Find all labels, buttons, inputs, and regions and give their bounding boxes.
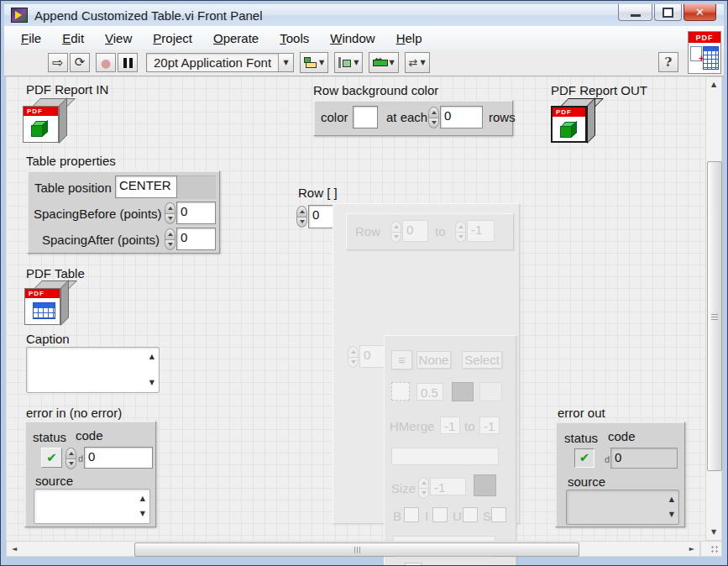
minimize-button[interactable] xyxy=(618,4,652,21)
font-selector[interactable]: 20pt Application Font ▼ xyxy=(146,53,294,72)
toolbar: ⇨ ⟳ ● 20pt Application Font ▼ ▼ ▼ ↔ ▼ ⇄ … xyxy=(4,50,724,76)
pdf-table-label: PDF Table xyxy=(26,266,85,280)
spacing-after-stepper[interactable] xyxy=(165,228,175,250)
decrement-icon xyxy=(418,489,429,500)
align-objects-button[interactable]: ▼ xyxy=(300,52,328,73)
row-to-stepper xyxy=(455,221,466,243)
horizontal-scrollbar-thumb[interactable] xyxy=(134,542,579,557)
source-text-box[interactable]: ▲ ▼ xyxy=(34,489,150,524)
error-out-cluster: status code ✔ d 0 source ▲ ▼ xyxy=(555,422,685,527)
code-stepper[interactable] xyxy=(65,448,76,469)
abort-button[interactable]: ● xyxy=(96,53,116,72)
vertical-scrollbar-thumb[interactable] xyxy=(707,161,722,471)
scroll-down-icon[interactable]: ▼ xyxy=(711,529,716,536)
chevron-down-icon: ▼ xyxy=(389,59,394,66)
close-button[interactable]: ✕ xyxy=(683,4,716,21)
increment-icon[interactable] xyxy=(428,107,439,118)
pdf-report-out-label: PDF Report OUT xyxy=(551,83,647,97)
green-cube-icon xyxy=(560,122,575,137)
status-ok-icon: ✔ xyxy=(579,452,590,464)
labview-vi-icon xyxy=(11,8,28,23)
scroll-up-icon[interactable]: ▲ xyxy=(711,81,716,88)
scroll-down-icon[interactable]: ▼ xyxy=(669,511,674,518)
scroll-up-icon[interactable]: ▲ xyxy=(149,354,155,360)
help-icon: ? xyxy=(665,55,673,70)
reorder-button[interactable]: ⇄ ▼ xyxy=(405,52,430,73)
menu-window[interactable]: Window xyxy=(322,29,383,48)
menu-tools[interactable]: Tools xyxy=(271,29,317,48)
increment-icon[interactable] xyxy=(165,202,175,214)
row-from-stepper xyxy=(390,221,401,243)
run-continuously-icon: ⟳ xyxy=(75,56,86,69)
front-panel-workspace[interactable]: PDF Report IN PDF Row background color c… xyxy=(6,76,705,541)
distribute-objects-button[interactable]: ▼ xyxy=(334,52,363,73)
resize-objects-button[interactable]: ↔ ▼ xyxy=(369,52,398,73)
scroll-down-icon[interactable]: ▼ xyxy=(149,380,155,386)
scroll-up-icon[interactable]: ▲ xyxy=(669,496,674,503)
status-boolean[interactable]: ✔ xyxy=(41,448,62,468)
menu-view[interactable]: View xyxy=(97,29,140,48)
scroll-down-icon[interactable]: ▼ xyxy=(140,511,145,517)
resize-grip[interactable] xyxy=(700,541,722,557)
code-field[interactable]: 0 xyxy=(84,447,153,469)
decrement-icon xyxy=(348,358,359,369)
menu-operate[interactable]: Operate xyxy=(205,29,267,48)
increment-icon[interactable] xyxy=(296,206,307,217)
caption-label: Caption xyxy=(26,332,70,346)
color-box[interactable] xyxy=(353,106,378,128)
source-label: source xyxy=(35,474,73,488)
font-selector-dropdown[interactable]: ▼ xyxy=(278,54,293,71)
rows-value-field[interactable]: 0 xyxy=(440,106,483,128)
pdf-report-in-refnum[interactable]: PDF xyxy=(23,98,66,144)
spacing-before-field[interactable]: 0 xyxy=(176,202,216,224)
menu-help[interactable]: Help xyxy=(388,29,431,48)
cell-text-field xyxy=(391,448,499,465)
spacing-before-label: SpacingBefore (points) xyxy=(34,207,162,221)
code-radix[interactable]: d xyxy=(78,453,83,464)
cube-front-face: PDF xyxy=(23,106,59,143)
border-checkbox xyxy=(391,382,410,401)
underline-label: U xyxy=(453,509,462,523)
run-continuously-button[interactable]: ⟳ xyxy=(70,53,90,72)
run-button[interactable]: ⇨ xyxy=(48,53,68,72)
row-element-cluster: Row 0 to -1 0 ≡ None Select 0.5 HMe xyxy=(333,203,520,524)
horizontal-scrollbar[interactable]: ◄ ► xyxy=(6,541,700,557)
scroll-up-icon[interactable]: ▲ xyxy=(140,495,145,502)
spacing-before-stepper[interactable] xyxy=(165,202,175,224)
status-ok-icon: ✔ xyxy=(46,452,57,464)
spacing-after-field[interactable]: 0 xyxy=(176,228,216,250)
vertical-scrollbar[interactable]: ▲ ▼ xyxy=(705,76,722,541)
decrement-icon[interactable] xyxy=(165,240,175,251)
menu-edit[interactable]: Edit xyxy=(54,29,92,48)
title-bar[interactable]: Append Customized Table.vi Front Panel ✕ xyxy=(4,4,724,26)
context-help-button[interactable]: ? xyxy=(658,52,678,72)
abort-icon: ● xyxy=(101,57,111,69)
menu-project[interactable]: Project xyxy=(144,29,201,48)
code-label: code xyxy=(76,428,103,443)
row-array-index-stepper[interactable] xyxy=(296,206,307,228)
maximize-button[interactable] xyxy=(654,4,682,21)
pdf-badge: PDF xyxy=(25,289,60,298)
table-position-field-extension[interactable] xyxy=(177,176,216,199)
decrement-icon[interactable] xyxy=(165,214,175,225)
caption-text-box[interactable]: ▲ ▼ xyxy=(26,347,160,393)
pdf-table-refnum[interactable]: PDF xyxy=(24,280,68,326)
decrement-icon[interactable] xyxy=(65,459,76,470)
pdf-report-out-refnum[interactable]: PDF xyxy=(551,98,594,144)
vi-icon[interactable]: PDF + xyxy=(688,31,721,74)
decrement-icon[interactable] xyxy=(428,118,439,129)
pause-button[interactable] xyxy=(118,53,138,72)
scroll-left-icon[interactable]: ◄ xyxy=(12,546,17,553)
table-position-field[interactable]: CENTER xyxy=(115,176,177,198)
increment-icon[interactable] xyxy=(65,448,76,459)
resize-objects-icon: ↔ xyxy=(373,58,386,68)
cube-side-face xyxy=(59,97,67,144)
decrement-icon[interactable] xyxy=(296,217,307,228)
rows-stepper[interactable] xyxy=(428,107,439,128)
menu-file[interactable]: File xyxy=(13,29,50,48)
window-title: Append Customized Table.vi Front Panel xyxy=(34,8,263,23)
pdf-badge: PDF xyxy=(553,107,585,117)
increment-icon[interactable] xyxy=(165,228,175,240)
increment-icon xyxy=(390,221,401,233)
scroll-right-icon[interactable]: ► xyxy=(689,546,694,553)
